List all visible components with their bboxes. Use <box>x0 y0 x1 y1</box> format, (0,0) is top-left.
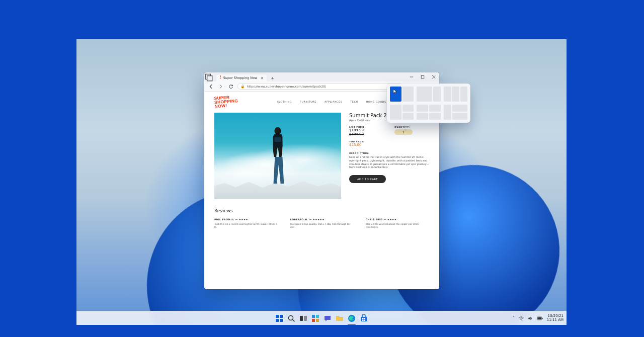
svg-rect-23 <box>362 318 364 319</box>
snap-layout-quad[interactable] <box>417 105 440 120</box>
volume-icon[interactable] <box>528 316 533 321</box>
nav-link[interactable]: FURNITURE <box>300 101 316 103</box>
tab-close-button[interactable]: ✕ <box>261 76 264 80</box>
snap-zone[interactable] <box>417 105 428 112</box>
quantity-label: QUANTITY: <box>394 126 423 128</box>
address-bar[interactable]: 🔒 https://www.supershoppingnow.com/summi… <box>237 83 403 90</box>
snap-layouts-flyout <box>387 83 470 123</box>
task-view-button[interactable] <box>299 314 307 322</box>
product-image <box>214 113 341 199</box>
tab-actions-button[interactable] <box>204 72 213 81</box>
svg-rect-22 <box>361 317 367 321</box>
snap-layout-three-cols[interactable] <box>444 87 467 102</box>
tab-favicon: ! <box>219 76 221 80</box>
chat-icon <box>324 314 332 322</box>
snap-layout-half-stack[interactable] <box>390 105 414 120</box>
taskbar: ˄ 10/20/21 11:11 AM <box>76 311 567 325</box>
window-close-button[interactable] <box>428 72 439 81</box>
snap-zone[interactable] <box>403 105 414 112</box>
new-tab-button[interactable]: ＋ <box>269 74 276 81</box>
snap-zone[interactable] <box>460 87 467 102</box>
svg-rect-29 <box>537 317 541 319</box>
widgets-button[interactable] <box>311 314 319 322</box>
add-to-cart-button[interactable]: ADD TO CART <box>349 175 386 183</box>
svg-point-27 <box>521 319 521 320</box>
svg-rect-17 <box>312 315 315 318</box>
price-current: $189.99 <box>349 128 377 132</box>
nav-link[interactable]: HOME GOODS <box>366 101 386 103</box>
search-button[interactable] <box>287 314 295 322</box>
start-button[interactable] <box>275 314 283 322</box>
search-icon <box>287 314 295 322</box>
store-button[interactable] <box>360 314 368 322</box>
taskbar-clock[interactable]: 10/20/21 11:11 AM <box>547 314 564 322</box>
snap-zone[interactable] <box>452 105 467 112</box>
taskbar-pinned-apps <box>275 314 368 322</box>
snap-zone[interactable] <box>403 113 414 120</box>
tab-actions-icon <box>204 72 213 81</box>
nav-refresh-button[interactable] <box>227 83 234 90</box>
snap-zone[interactable] <box>403 87 414 102</box>
nav-back-button[interactable] <box>207 83 214 90</box>
snap-zone[interactable] <box>417 87 432 102</box>
quantity-stepper[interactable]: 1 <box>394 129 413 135</box>
svg-rect-24 <box>364 318 366 319</box>
browser-tab[interactable]: ! Super Shopping Now ✕ <box>216 74 267 81</box>
snap-zone[interactable] <box>444 87 451 102</box>
review-item: PHIL FROM IL — ★★★★ Took this on a recen… <box>214 218 278 229</box>
snap-zone[interactable] <box>390 105 401 120</box>
svg-rect-16 <box>304 316 307 321</box>
cursor-icon <box>393 89 398 95</box>
site-logo[interactable]: SUPER SHOPPING NOW! <box>214 95 236 109</box>
svg-rect-18 <box>316 315 319 318</box>
file-explorer-button[interactable] <box>336 314 344 322</box>
star-rating: ★★★★ <box>387 218 396 221</box>
price-original: $194.99 <box>349 132 377 136</box>
snap-layout-two-thirds[interactable] <box>417 87 440 102</box>
svg-rect-8 <box>274 137 281 142</box>
svg-rect-26 <box>364 319 366 321</box>
svg-rect-25 <box>362 319 364 321</box>
window-minimize-button[interactable] <box>406 72 417 81</box>
browser-titlebar: ! Super Shopping Now ✕ ＋ <box>204 72 439 81</box>
chat-button[interactable] <box>324 314 332 322</box>
review-item: CHRIS 1957 — ★★★★ Was a little worried a… <box>366 218 429 229</box>
battery-icon[interactable] <box>537 316 543 320</box>
svg-rect-20 <box>316 319 319 322</box>
tab-title: Super Shopping Now <box>223 76 258 80</box>
snap-zone[interactable] <box>429 105 441 112</box>
edge-button[interactable] <box>348 314 356 322</box>
svg-rect-30 <box>542 317 542 319</box>
desktop: ! Super Shopping Now ✕ ＋ 🔒 https://www.s… <box>76 39 567 325</box>
snap-zone[interactable] <box>417 113 428 120</box>
nav-forward-button[interactable] <box>217 83 224 90</box>
folder-icon <box>336 314 344 322</box>
svg-rect-10 <box>280 315 283 318</box>
you-save-value: $25.00 <box>349 143 377 147</box>
product-description: Gear up and hit the trail in style with … <box>349 155 429 169</box>
taskbar-active-indicator <box>348 324 356 325</box>
snap-layout-third-stack[interactable] <box>444 105 467 120</box>
nav-link[interactable]: TECH <box>350 101 358 103</box>
snap-zone[interactable] <box>444 105 451 120</box>
nav-link[interactable]: APPLIANCES <box>325 101 342 103</box>
wifi-icon[interactable] <box>519 316 524 321</box>
nav-link[interactable]: CLOTHING <box>277 101 292 103</box>
svg-rect-19 <box>312 319 315 322</box>
widgets-icon <box>311 314 319 322</box>
url-text: https://www.supershoppingnow.com/summitp… <box>247 85 326 88</box>
product-image-figure <box>263 125 292 191</box>
task-view-icon <box>299 314 307 322</box>
star-rating: ★★★★ <box>239 218 248 221</box>
star-rating: ★★★★★ <box>313 218 325 221</box>
snap-zone[interactable] <box>429 113 441 120</box>
window-maximize-button[interactable] <box>417 72 428 81</box>
tray-chevron-icon[interactable]: ˄ <box>513 316 515 320</box>
svg-rect-9 <box>276 315 279 318</box>
snap-zone[interactable] <box>433 87 441 102</box>
snap-zone[interactable] <box>452 113 467 120</box>
site-lock-icon: 🔒 <box>240 85 245 89</box>
snap-zone[interactable] <box>452 87 459 102</box>
svg-rect-12 <box>280 319 283 322</box>
svg-rect-11 <box>276 319 279 322</box>
